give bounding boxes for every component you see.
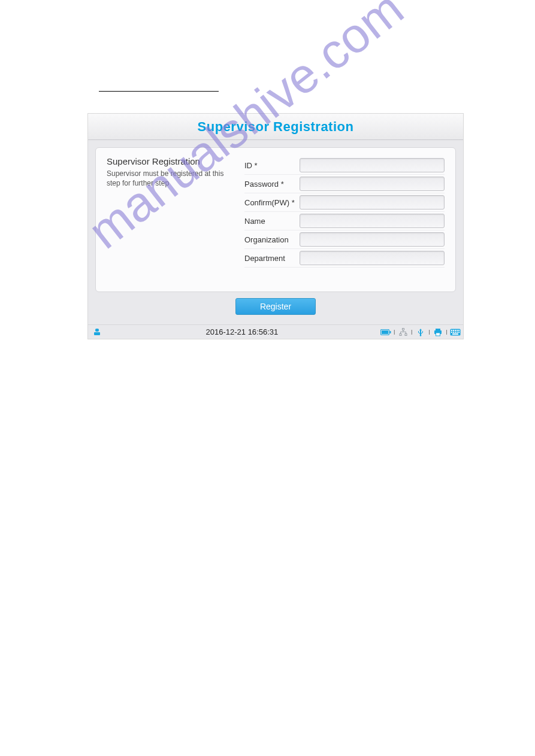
field-row-organization: Organization	[244, 230, 445, 249]
tray-separator: I	[428, 329, 431, 336]
input-id[interactable]	[300, 158, 445, 172]
registration-form: ID * Password * Confirm(PW) * Name	[244, 156, 445, 268]
svg-rect-4	[382, 330, 388, 334]
svg-rect-23	[452, 333, 458, 335]
svg-rect-16	[457, 330, 458, 331]
svg-rect-22	[458, 332, 460, 333]
network-icon[interactable]	[398, 327, 409, 337]
label-password: Password *	[244, 180, 300, 189]
svg-rect-0	[95, 329, 99, 332]
battery-icon[interactable]	[380, 327, 391, 337]
tray-separator: I	[445, 329, 448, 336]
field-row-password: Password *	[244, 175, 445, 193]
panel-description: Supervisor Registration Supervisor must …	[107, 156, 244, 268]
window-titlebar: Supervisor Registration	[88, 114, 463, 140]
input-name[interactable]	[300, 214, 445, 228]
label-confirm-pw: Confirm(PW) *	[244, 198, 300, 207]
svg-rect-18	[451, 332, 452, 333]
svg-rect-7	[405, 333, 407, 335]
svg-rect-3	[389, 331, 391, 333]
svg-rect-5	[402, 328, 404, 330]
field-row-department: Department	[244, 249, 445, 268]
work-area: Supervisor Registration Supervisor must …	[88, 140, 463, 324]
keyboard-icon[interactable]	[450, 327, 461, 337]
svg-rect-17	[458, 330, 460, 331]
user-icon[interactable]	[92, 327, 102, 337]
registration-card: Supervisor Registration Supervisor must …	[95, 147, 456, 292]
label-name: Name	[244, 217, 300, 226]
usb-icon[interactable]	[415, 327, 426, 337]
top-rule	[99, 91, 219, 92]
svg-rect-19	[453, 332, 454, 333]
label-organization: Organization	[244, 235, 300, 244]
label-department: Department	[244, 254, 300, 263]
input-password[interactable]	[300, 177, 445, 191]
svg-rect-15	[455, 330, 456, 331]
field-row-name: Name	[244, 212, 445, 230]
-input-organization[interactable]	[300, 232, 445, 247]
svg-rect-6	[400, 333, 401, 335]
label-id: ID *	[244, 161, 300, 170]
tray-separator: I	[410, 329, 413, 336]
svg-rect-1	[94, 332, 100, 335]
svg-rect-13	[451, 330, 452, 331]
svg-rect-20	[455, 332, 456, 333]
field-row-confirm-pw: Confirm(PW) *	[244, 193, 445, 212]
input-confirm-pw[interactable]	[300, 195, 445, 210]
status-tray: I I I I	[380, 327, 461, 337]
app-window: Supervisor Registration Supervisor Regis…	[87, 113, 464, 339]
svg-rect-9	[436, 329, 440, 330]
window-title: Supervisor Registration	[198, 119, 354, 135]
svg-rect-11	[436, 333, 440, 336]
field-row-id: ID *	[244, 156, 445, 175]
svg-rect-21	[457, 332, 458, 333]
svg-rect-14	[453, 330, 454, 331]
register-button[interactable]: Register	[235, 298, 316, 315]
status-datetime: 2016-12-21 16:56:31	[104, 327, 380, 336]
tray-separator: I	[393, 329, 396, 336]
svg-point-8	[420, 335, 422, 336]
status-bar: 2016-12-21 16:56:31 I I I I	[88, 324, 463, 339]
panel-note: Supervisor must be registered at this st…	[107, 169, 237, 188]
input-department[interactable]	[300, 251, 445, 265]
printer-icon[interactable]	[433, 327, 443, 337]
button-row: Register	[95, 298, 456, 315]
panel-heading: Supervisor Registration	[107, 156, 237, 166]
